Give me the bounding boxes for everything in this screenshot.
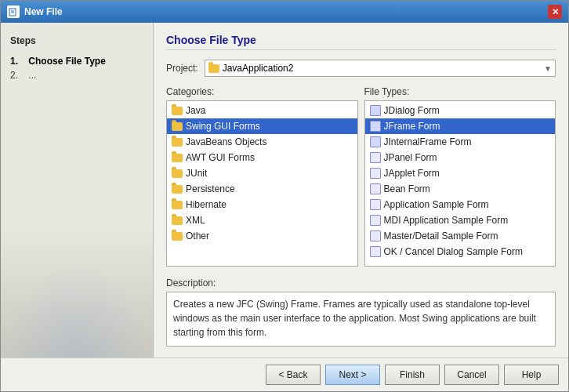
list-item[interactable]: JFrame Form xyxy=(365,118,556,134)
folder-icon xyxy=(172,122,183,131)
step-list: 1. Choose File Type 2. ... xyxy=(10,56,143,81)
file-type-label: JDialog Form xyxy=(384,105,440,116)
file-types-list[interactable]: JDialog Form JFrame Form JInternalFrame … xyxy=(364,100,556,267)
file-type-icon xyxy=(370,246,381,257)
file-type-label: MDI Application Sample Form xyxy=(384,215,509,226)
step-1: 1. Choose File Type xyxy=(10,56,143,67)
list-item[interactable]: Master/Detail Sample Form xyxy=(365,228,556,244)
main-content: Choose File Type Project: JavaApplicatio… xyxy=(154,23,568,358)
file-type-icon xyxy=(370,152,381,163)
dialog-title: New File xyxy=(24,6,63,17)
step-2-num: 2. xyxy=(10,70,26,81)
file-type-label: Bean Form xyxy=(384,183,430,194)
file-type-icon xyxy=(370,230,381,241)
folder-icon xyxy=(172,216,183,225)
list-item[interactable]: JPanel Form xyxy=(365,150,556,165)
dialog-footer: < Back Next > Finish Cancel Help xyxy=(1,358,568,391)
list-item[interactable]: JUnit xyxy=(167,165,357,181)
step-1-label: Choose File Type xyxy=(28,56,105,67)
categories-panel: Categories: Java Swing GUI Forms Java xyxy=(166,86,358,267)
title-bar-left: New File xyxy=(7,5,63,18)
file-type-label: Master/Detail Sample Form xyxy=(384,230,498,241)
category-label: Hibernate xyxy=(186,199,227,210)
list-item[interactable]: XML xyxy=(167,212,357,228)
description-label: Description: xyxy=(166,278,556,289)
next-button[interactable]: Next > xyxy=(325,365,380,385)
category-label: AWT GUI Forms xyxy=(186,152,255,163)
list-item[interactable]: Bean Form xyxy=(365,181,556,197)
description-text: Creates a new JFC (Swing) Frame. Frames … xyxy=(166,292,556,347)
list-item[interactable]: Hibernate xyxy=(167,197,357,212)
category-label: JUnit xyxy=(186,168,207,179)
list-item[interactable]: JDialog Form xyxy=(365,103,556,118)
folder-icon xyxy=(172,232,183,241)
file-type-icon xyxy=(370,168,381,179)
dropdown-arrow-icon: ▼ xyxy=(544,64,552,73)
list-item[interactable]: Application Sample Form xyxy=(365,197,556,212)
step-1-num: 1. xyxy=(10,56,26,67)
list-item[interactable]: Java xyxy=(167,103,357,118)
close-button[interactable]: ✕ xyxy=(548,5,562,19)
list-item[interactable]: AWT GUI Forms xyxy=(167,150,357,165)
folder-icon xyxy=(172,201,183,209)
list-item[interactable]: Persistence xyxy=(167,181,357,197)
list-item[interactable]: Swing GUI Forms xyxy=(167,118,357,134)
project-label: Project: xyxy=(166,63,198,74)
file-type-label: JPanel Form xyxy=(384,152,437,163)
file-type-icon xyxy=(370,183,381,194)
help-button[interactable]: Help xyxy=(504,365,559,385)
step-2-label: ... xyxy=(28,70,36,81)
categories-label: Categories: xyxy=(166,86,358,97)
file-type-label: OK / Cancel Dialog Sample Form xyxy=(384,246,523,257)
sidebar-bg xyxy=(1,263,153,358)
folder-icon xyxy=(172,107,183,115)
section-title: Choose File Type xyxy=(166,34,556,50)
category-label: Persistence xyxy=(186,183,235,194)
dialog-icon xyxy=(7,5,20,18)
categories-list[interactable]: Java Swing GUI Forms JavaBeans Objects xyxy=(166,100,358,267)
list-item[interactable]: OK / Cancel Dialog Sample Form xyxy=(365,244,556,260)
finish-button[interactable]: Finish xyxy=(385,365,440,385)
project-folder-icon xyxy=(208,64,219,73)
steps-heading: Steps xyxy=(10,35,143,46)
file-type-label: JApplet Form xyxy=(384,168,440,179)
category-label: Swing GUI Forms xyxy=(186,121,260,132)
list-item[interactable]: JApplet Form xyxy=(365,165,556,181)
file-type-icon xyxy=(370,136,381,147)
back-button[interactable]: < Back xyxy=(266,365,321,385)
list-item[interactable]: JInternalFrame Form xyxy=(365,134,556,150)
file-type-icon xyxy=(370,199,381,210)
folder-icon xyxy=(172,185,183,194)
file-types-panel: File Types: JDialog Form JFrame Form xyxy=(364,86,556,267)
panels-row: Categories: Java Swing GUI Forms Java xyxy=(166,86,556,267)
category-label: XML xyxy=(186,215,205,226)
sidebar: Steps 1. Choose File Type 2. ... xyxy=(1,23,154,358)
project-value: JavaApplication2 xyxy=(223,63,294,74)
category-label: Other xyxy=(186,230,209,241)
title-bar: New File ✕ xyxy=(1,1,568,23)
folder-icon xyxy=(172,169,183,178)
list-item[interactable]: MDI Application Sample Form xyxy=(365,212,556,228)
list-item[interactable]: JavaBeans Objects xyxy=(167,134,357,150)
description-section: Description: Creates a new JFC (Swing) F… xyxy=(166,278,556,347)
file-type-icon xyxy=(370,121,381,132)
list-item[interactable]: Other xyxy=(167,228,357,244)
file-type-label: Application Sample Form xyxy=(384,199,489,210)
dialog-body: Steps 1. Choose File Type 2. ... Choose … xyxy=(1,23,568,358)
file-type-label: JFrame Form xyxy=(384,121,440,132)
file-type-label: JInternalFrame Form xyxy=(384,136,472,147)
folder-icon xyxy=(172,154,183,162)
step-2: 2. ... xyxy=(10,70,143,81)
cancel-button[interactable]: Cancel xyxy=(444,365,499,385)
folder-icon xyxy=(172,138,183,147)
new-file-dialog: New File ✕ Steps 1. Choose File Type 2. … xyxy=(0,0,569,392)
file-types-label: File Types: xyxy=(364,86,556,97)
project-row: Project: JavaApplication2 ▼ xyxy=(166,60,556,77)
category-label: JavaBeans Objects xyxy=(186,136,266,147)
project-dropdown[interactable]: JavaApplication2 ▼ xyxy=(205,60,556,77)
file-type-icon xyxy=(370,215,381,226)
file-type-icon xyxy=(370,105,381,116)
category-label: Java xyxy=(186,105,205,116)
